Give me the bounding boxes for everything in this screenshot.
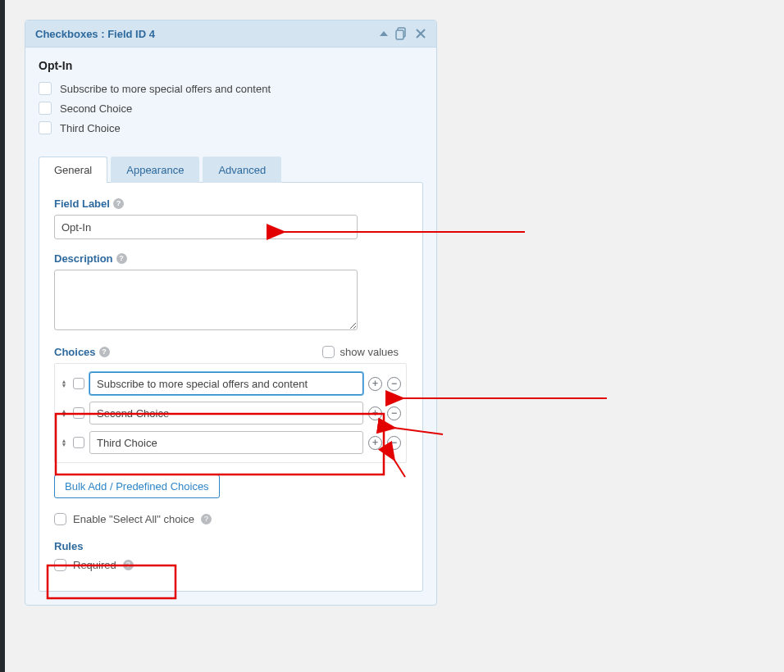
add-choice-icon[interactable] [368, 377, 382, 391]
panel-actions [379, 27, 426, 40]
tab-appearance[interactable]: Appearance [111, 157, 199, 183]
show-values-toggle[interactable]: show values [322, 346, 399, 358]
svg-rect-2 [396, 30, 403, 39]
preview-checkbox[interactable] [39, 102, 52, 115]
choice-default-checkbox[interactable] [73, 407, 84, 419]
choices-title-row: Choices ? [54, 346, 110, 358]
tab-general[interactable]: General [39, 157, 107, 183]
choice-row: ▲▼ [60, 398, 401, 428]
help-icon[interactable]: ? [99, 347, 110, 357]
preview-item: Second Choice [39, 102, 423, 115]
required-row[interactable]: Required ? [54, 559, 408, 571]
close-icon[interactable] [415, 28, 426, 39]
choice-input[interactable] [89, 431, 363, 454]
add-choice-icon[interactable] [368, 436, 382, 450]
help-icon[interactable]: ? [123, 560, 134, 570]
svg-marker-0 [380, 31, 388, 36]
required-label: Required [73, 559, 116, 571]
help-icon[interactable]: ? [113, 198, 124, 209]
sort-handle-icon[interactable]: ▲▼ [60, 409, 68, 417]
app-left-bar [0, 0, 5, 672]
remove-choice-icon[interactable] [387, 406, 401, 420]
choice-default-checkbox[interactable] [73, 378, 84, 389]
choices-title: Choices [54, 346, 96, 358]
choice-row: ▲▼ [60, 369, 401, 398]
description-title: Description [54, 252, 113, 265]
choices-header: Choices ? show values [54, 346, 399, 358]
select-all-checkbox[interactable] [54, 513, 66, 525]
remove-choice-icon[interactable] [387, 436, 401, 450]
show-values-label: show values [340, 346, 399, 358]
panel-title: Checkboxes : Field ID 4 [35, 28, 155, 40]
choice-input[interactable] [89, 402, 363, 425]
field-label-title: Field Label [54, 198, 110, 210]
preview-item: Third Choice [39, 121, 423, 134]
bulk-add-button[interactable]: Bulk Add / Predefined Choices [54, 474, 220, 498]
field-label-input[interactable] [54, 215, 358, 239]
rules-title: Rules [54, 540, 408, 552]
tabs: General Appearance Advanced [25, 156, 436, 182]
remove-choice-icon[interactable] [387, 377, 401, 391]
show-values-checkbox[interactable] [322, 346, 335, 358]
help-icon[interactable]: ? [116, 253, 127, 264]
tab-advanced[interactable]: Advanced [203, 157, 281, 183]
preview-label: Opt-In [39, 59, 423, 72]
help-icon[interactable]: ? [201, 514, 212, 524]
field-preview: Opt-In Subscribe to more special offers … [25, 48, 436, 156]
field-label-title-row: Field Label ? [54, 198, 408, 210]
choices-list: ▲▼ ▲▼ ▲▼ [54, 363, 407, 463]
choice-row: ▲▼ [60, 428, 401, 457]
choice-input[interactable] [89, 372, 363, 395]
preview-item-label: Subscribe to more special offers and con… [60, 83, 271, 95]
preview-checkbox[interactable] [39, 82, 52, 95]
tab-body-general: Field Label ? Description ? Choices ? sh… [39, 182, 423, 592]
select-all-label: Enable "Select All" choice [73, 513, 194, 525]
preview-checkbox[interactable] [39, 121, 52, 134]
collapse-icon[interactable] [379, 30, 389, 38]
duplicate-icon[interactable] [395, 27, 408, 40]
preview-item-label: Third Choice [60, 122, 121, 134]
description-title-row: Description ? [54, 252, 408, 265]
preview-item: Subscribe to more special offers and con… [39, 82, 423, 95]
field-settings-panel: Checkboxes : Field ID 4 Opt-In [25, 20, 437, 606]
sort-handle-icon[interactable]: ▲▼ [60, 438, 68, 447]
choice-default-checkbox[interactable] [73, 437, 84, 448]
panel-header: Checkboxes : Field ID 4 [25, 20, 436, 48]
description-textarea[interactable] [54, 270, 358, 330]
sort-handle-icon[interactable]: ▲▼ [60, 379, 68, 388]
select-all-row[interactable]: Enable "Select All" choice ? [54, 513, 408, 525]
required-checkbox[interactable] [54, 559, 66, 571]
add-choice-icon[interactable] [368, 406, 382, 420]
preview-item-label: Second Choice [60, 102, 132, 115]
